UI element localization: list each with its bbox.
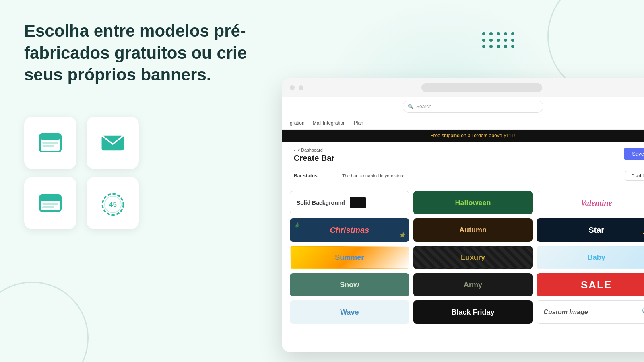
svg-rect-2 (42, 142, 58, 144)
decorative-dot (504, 45, 507, 48)
dots-pattern (482, 32, 515, 48)
decorative-dot (489, 39, 493, 42)
browser-dot-1 (290, 85, 295, 90)
template-halloween[interactable]: Halloween (413, 191, 533, 214)
nav-tab-plan[interactable]: Plan (354, 117, 363, 129)
template-black-friday[interactable]: Black Friday (413, 300, 533, 324)
paperclip-icon: 📎 (640, 308, 644, 317)
sale-label: SALE (581, 279, 612, 291)
template-wave[interactable]: Wave (290, 300, 409, 324)
decorative-dot (489, 45, 493, 48)
svg-rect-3 (42, 145, 54, 147)
app-nav: 🔍 Search (282, 97, 644, 117)
browser-url-bar (421, 83, 542, 92)
browser-mockup: 🔍 Search gration Mail Integration Plan F… (282, 78, 644, 352)
star-icon: ⭐ (642, 230, 644, 239)
page-title: Create Bar (294, 154, 334, 163)
solid-color-preview (350, 197, 366, 208)
halloween-label: Halloween (455, 199, 491, 207)
icon-card-timer: 45 (87, 177, 139, 229)
black-friday-label: Black Friday (451, 308, 494, 317)
template-summer[interactable]: Summer (290, 246, 409, 269)
template-grid-container: Solid Background Halloween Valentine 🎄 C… (282, 185, 644, 330)
disable-button[interactable]: Disable (625, 171, 644, 181)
decorative-dot (497, 45, 500, 48)
browser-icon-2 (38, 191, 62, 215)
browser-icon-1 (38, 131, 62, 155)
custom-image-label: Custom Image (543, 309, 588, 316)
breadcrumb[interactable]: ‹ < Dashboard (294, 148, 334, 152)
wave-label: Wave (340, 308, 359, 317)
page-header-left: ‹ < Dashboard Create Bar (294, 148, 334, 163)
template-christmas[interactable]: 🎄 Christmas ⭐ (290, 218, 409, 242)
decorative-dot (482, 39, 485, 42)
icon-card-browser-1 (24, 117, 76, 169)
browser-toolbar (282, 78, 644, 97)
nav-tab-integration[interactable]: gration (290, 117, 305, 129)
bar-status-label: Bar status (294, 173, 342, 179)
search-icon: 🔍 (408, 104, 414, 109)
decorative-dot (504, 32, 507, 35)
nav-tab-mail[interactable]: Mail Integration (313, 117, 346, 129)
svg-rect-9 (42, 206, 54, 208)
bar-status-row: Bar status The bar is enabled in your st… (282, 167, 644, 185)
browser-dot-2 (299, 85, 303, 90)
chevron-left-icon: ‹ (294, 148, 295, 152)
main-heading: Escolha entre modelos pré-fabricados gra… (24, 20, 306, 86)
template-custom-image[interactable]: Custom Image 📎 (537, 300, 644, 324)
nav-tabs: gration Mail Integration Plan (282, 117, 644, 130)
template-valentine[interactable]: Valentine (537, 191, 644, 214)
search-placeholder: Search (416, 104, 431, 109)
page-header: ‹ < Dashboard Create Bar Save (282, 142, 644, 167)
decorative-dot (504, 39, 507, 42)
snow-label: Snow (340, 281, 359, 289)
decorative-dot (482, 32, 485, 35)
summer-label: Summer (335, 253, 364, 262)
svg-text:45: 45 (109, 200, 117, 208)
christmas-label: Christmas (330, 226, 369, 235)
template-snow[interactable]: Snow (290, 273, 409, 296)
browser-content: 🔍 Search gration Mail Integration Plan F… (282, 97, 644, 352)
svg-rect-7 (40, 198, 61, 201)
icon-card-mail (87, 117, 139, 169)
solid-background-label: Solid Background (297, 200, 345, 206)
autumn-label: Autumn (459, 226, 487, 234)
template-star[interactable]: Star ⭐ (537, 218, 644, 242)
svg-rect-8 (42, 203, 58, 205)
luxury-label: Luxury (461, 253, 485, 262)
timer-icon: 45 (100, 190, 126, 216)
star-label: Star (588, 226, 604, 235)
decorative-dot (482, 45, 485, 48)
template-luxury[interactable]: Luxury (413, 246, 533, 269)
announcement-bar: Free shipping on all orders above $111! (282, 130, 644, 142)
save-button[interactable]: Save (624, 148, 644, 160)
template-baby[interactable]: Baby (537, 246, 644, 269)
decorative-dot (511, 45, 514, 48)
search-bar[interactable]: 🔍 Search (402, 101, 543, 113)
mail-icon (101, 134, 125, 152)
template-army[interactable]: Army (413, 273, 533, 296)
icon-card-browser-2 (24, 177, 76, 229)
baby-label: Baby (588, 253, 605, 262)
christmas-deco-2: ⭐ (399, 232, 405, 238)
army-label: Army (464, 281, 482, 289)
template-autumn[interactable]: Autumn (413, 218, 533, 242)
decorative-dot (511, 32, 514, 35)
header-section: Escolha entre modelos pré-fabricados gra… (24, 20, 306, 86)
decorative-dot (497, 32, 500, 35)
template-solid-background[interactable]: Solid Background (290, 191, 409, 214)
decorative-dot (489, 32, 493, 35)
decorative-dot (497, 39, 500, 42)
bar-status-value: The bar is enabled in your store. (342, 173, 625, 178)
template-sale[interactable]: SALE (537, 273, 644, 296)
christmas-deco-1: 🎄 (294, 222, 300, 228)
decorative-dot (511, 39, 514, 42)
template-grid: Solid Background Halloween Valentine 🎄 C… (290, 191, 644, 324)
svg-rect-1 (40, 134, 61, 140)
valentine-label: Valentine (581, 198, 612, 208)
decorative-circle-bottom-left (0, 282, 89, 362)
